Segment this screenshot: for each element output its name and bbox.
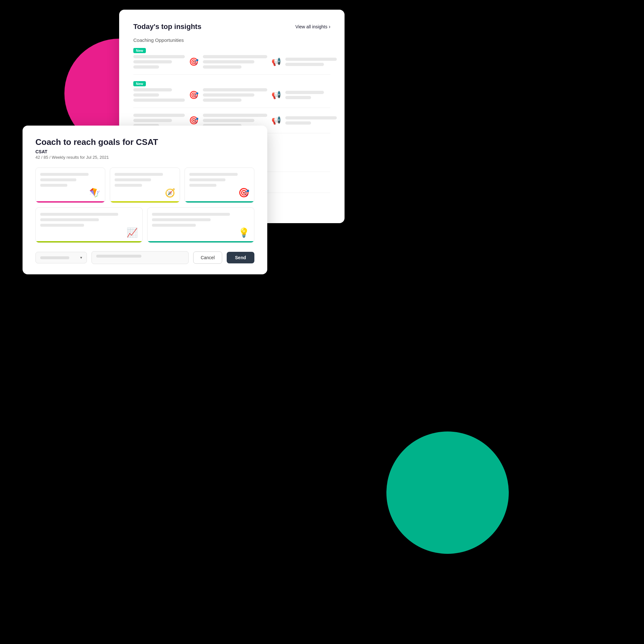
col-left-1 xyxy=(133,55,185,69)
skel-bar xyxy=(203,114,267,117)
view-all-link[interactable]: View all insights › xyxy=(295,24,330,30)
decorative-circle-green xyxy=(386,431,509,554)
chevron-down-icon: ▾ xyxy=(80,255,82,260)
card-skel-bar xyxy=(115,178,151,181)
coach-title: Coach to reach goals for CSAT xyxy=(35,137,254,147)
skel-bar xyxy=(133,114,185,117)
cancel-button[interactable]: Cancel xyxy=(193,251,222,264)
insights-header: Today's top insights View all insights › xyxy=(133,23,330,31)
skel-bar xyxy=(285,63,324,66)
col-right-2 xyxy=(285,91,324,99)
skel-bar xyxy=(203,119,254,122)
skel-bar xyxy=(203,99,241,102)
card-skel-bar xyxy=(40,218,99,221)
metric-card-3[interactable]: 🎯 xyxy=(185,167,254,203)
compass-icon: 🧭 xyxy=(165,188,175,198)
col-mid-1 xyxy=(203,55,267,69)
coaching-row-2: New 🎯 📢 xyxy=(133,81,330,102)
skel-bar xyxy=(203,65,241,69)
col-mid-2 xyxy=(203,88,267,102)
card-skel-bar xyxy=(40,178,76,181)
card-skel-bar xyxy=(152,218,211,221)
skel-bar xyxy=(285,96,311,99)
card-skel-bar xyxy=(115,173,163,176)
skel-bar xyxy=(285,58,337,61)
card-skel-bar xyxy=(40,213,118,216)
kite-icon: 🪁 xyxy=(89,187,100,198)
skel-bar xyxy=(203,88,267,91)
coaching-row-1: New 🎯 📢 xyxy=(133,47,330,69)
chevron-right-icon: › xyxy=(329,24,330,30)
metric-card-1[interactable]: 🪁 xyxy=(35,167,105,203)
coaching-row-1-content: 🎯 📢 xyxy=(133,55,330,69)
megaphone-icon-1: 📢 xyxy=(270,57,282,66)
metric-card-4[interactable]: 📈 xyxy=(35,207,143,243)
input-skel xyxy=(96,255,141,258)
card-skel-bar xyxy=(40,173,89,176)
coach-subtitle: CSAT xyxy=(35,149,254,154)
lightbulb-icon: 💡 xyxy=(238,227,250,238)
coach-panel: Coach to reach goals for CSAT CSAT 42 / … xyxy=(23,126,267,274)
col-left-2 xyxy=(133,88,185,102)
col-mid-3 xyxy=(203,114,267,127)
coaching-icon-1: 🎯 xyxy=(188,57,200,66)
coaching-row-2-content: 🎯 📢 xyxy=(133,88,330,102)
dropdown-skel xyxy=(40,256,69,259)
skel-bar xyxy=(285,91,324,94)
recipient-dropdown[interactable]: ▾ xyxy=(35,252,87,263)
target-icon: 🎯 xyxy=(238,187,250,198)
metric-card-5[interactable]: 💡 xyxy=(147,207,254,243)
coaching-row-3-content: 🎯 📢 xyxy=(133,114,330,127)
divider xyxy=(133,74,330,75)
action-bar: ▾ Cancel Send xyxy=(35,251,254,264)
divider xyxy=(133,108,330,108)
skel-bar xyxy=(133,99,185,102)
message-input[interactable] xyxy=(91,251,189,264)
skel-bar xyxy=(133,119,172,122)
coaching-icon-3: 🎯 xyxy=(188,116,200,125)
coaching-icon-2: 🎯 xyxy=(188,90,200,99)
col-right-1 xyxy=(285,58,337,66)
skel-bar xyxy=(133,88,172,91)
skel-bar xyxy=(133,93,159,97)
card-skel-bar xyxy=(152,213,230,216)
skel-bar xyxy=(133,60,172,63)
card-skel-bar xyxy=(115,184,142,187)
skel-bar xyxy=(203,55,267,58)
send-button[interactable]: Send xyxy=(227,252,254,263)
megaphone-icon-3: 📢 xyxy=(270,116,282,125)
section-coaching-label: Coaching Opportunities xyxy=(133,37,330,43)
card-skel-bar xyxy=(189,178,225,181)
metric-card-2[interactable]: 🧭 xyxy=(110,167,180,203)
card-grid-bottom: 📈 💡 xyxy=(35,207,254,243)
chart-icon: 📈 xyxy=(127,227,138,238)
card-skel-bar xyxy=(152,224,196,227)
card-skel-bar xyxy=(189,184,216,187)
coach-meta: 42 / 85 / Weekly results for Jul 25, 202… xyxy=(35,155,254,160)
skel-bar xyxy=(285,116,337,119)
skel-bar xyxy=(285,121,311,125)
skel-bar xyxy=(203,60,254,63)
card-grid-top: 🪁 🧭 🎯 xyxy=(35,167,254,203)
skel-bar xyxy=(203,93,254,97)
skel-bar xyxy=(133,55,185,58)
skel-bar xyxy=(133,65,159,69)
card-skel-bar xyxy=(40,184,67,187)
view-all-label: View all insights xyxy=(295,24,327,29)
col-left-3 xyxy=(133,114,185,127)
col-right-3 xyxy=(285,116,337,125)
new-badge-1: New xyxy=(133,48,146,53)
megaphone-icon-2: 📢 xyxy=(270,90,282,99)
coaching-row-3: 🎯 📢 xyxy=(133,114,330,127)
card-skel-bar xyxy=(189,173,238,176)
card-skel-bar xyxy=(40,224,84,227)
new-badge-2: New xyxy=(133,81,146,86)
insights-title: Today's top insights xyxy=(133,23,201,31)
